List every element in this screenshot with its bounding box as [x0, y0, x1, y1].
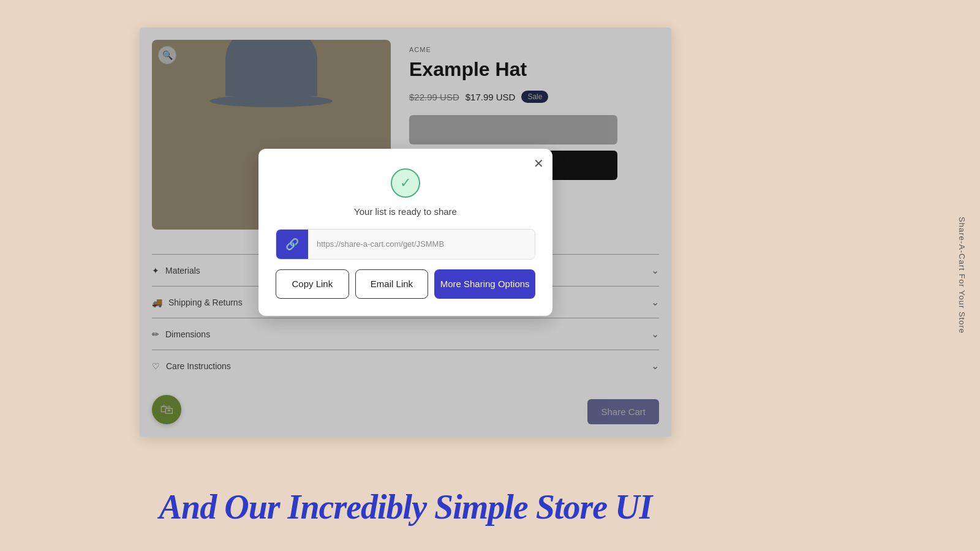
store-window: 🔍 ACME Example Hat $22.99 USD $17.99 USD… [140, 28, 671, 437]
more-sharing-button[interactable]: More Sharing Options [434, 269, 535, 299]
modal-close-button[interactable]: ✕ [533, 157, 544, 170]
sidebar-label: Share-A-Cart For Your Store [943, 0, 980, 551]
modal-buttons: Copy Link Email Link More Sharing Option… [276, 269, 535, 299]
copy-link-button[interactable]: Copy Link [276, 269, 349, 299]
success-icon: ✓ [391, 168, 420, 198]
headline-text: And our incredibly simple Store UI [140, 487, 671, 527]
modal-overlay: ✕ ✓ Your list is ready to share 🔗 Copy L… [140, 28, 671, 437]
bottom-headline: And our incredibly simple Store UI [140, 487, 671, 527]
modal-title: Your list is ready to share [276, 206, 535, 217]
link-icon: 🔗 [276, 230, 308, 259]
email-link-button[interactable]: Email Link [355, 269, 429, 299]
url-row: 🔗 [276, 229, 535, 260]
url-input[interactable] [308, 230, 535, 259]
share-modal: ✕ ✓ Your list is ready to share 🔗 Copy L… [258, 149, 552, 316]
